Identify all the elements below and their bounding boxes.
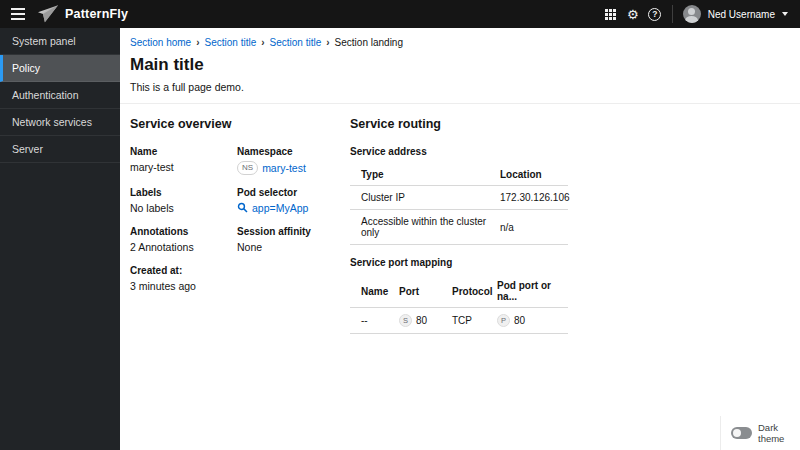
page-subtitle: This is a full page demo. bbox=[130, 81, 790, 93]
namespace-badge: NS bbox=[237, 161, 258, 175]
avatar bbox=[683, 5, 701, 23]
field-name: Name mary-test bbox=[130, 146, 237, 175]
service-address-heading: Service address bbox=[350, 146, 568, 157]
field-session-affinity: Session affinity None bbox=[237, 226, 350, 253]
masthead: PatternFly ⚙ ? Ned Username bbox=[0, 0, 800, 28]
masthead-divider bbox=[672, 5, 673, 23]
sidebar-item-network-services[interactable]: Network services bbox=[0, 109, 120, 136]
breadcrumb-link-section-title-2[interactable]: Section title bbox=[270, 37, 322, 48]
field-namespace: Namespace NS mary-test bbox=[237, 146, 350, 175]
pod-selector-link[interactable]: app=MyApp bbox=[252, 202, 308, 214]
table-row: Accessible within the cluster only n/a bbox=[350, 210, 568, 245]
main-content: Section home › Section title › Section t… bbox=[120, 28, 800, 450]
sidebar-item-system-panel[interactable]: System panel bbox=[0, 28, 120, 55]
col-protocol: Protocol bbox=[452, 275, 497, 308]
field-labels: Labels No labels bbox=[130, 187, 237, 214]
page-title: Main title bbox=[130, 55, 790, 75]
field-annotations: Annotations 2 Annotations bbox=[130, 226, 237, 253]
namespace-link[interactable]: mary-test bbox=[262, 162, 306, 174]
service-routing-section: Service routing Service address Type Loc… bbox=[350, 117, 568, 334]
breadcrumb-link-section-home[interactable]: Section home bbox=[130, 37, 191, 48]
pod-port-badge: P bbox=[497, 314, 510, 327]
breadcrumb-separator: › bbox=[196, 38, 199, 48]
brand[interactable]: PatternFly bbox=[38, 5, 128, 23]
sidebar-nav: System panel Policy Authentication Netwo… bbox=[0, 28, 120, 450]
col-name: Name bbox=[350, 275, 399, 308]
service-port-mapping-table: Name Port Protocol Pod port or na... -- … bbox=[350, 275, 568, 334]
apps-grid-icon[interactable] bbox=[600, 3, 622, 25]
breadcrumb-separator: › bbox=[326, 38, 329, 48]
service-port-badge: S bbox=[399, 314, 412, 327]
col-port: Port bbox=[399, 275, 452, 308]
field-pod-selector: Pod selector app=MyApp bbox=[237, 187, 350, 214]
page-header: Section home › Section title › Section t… bbox=[120, 28, 800, 104]
table-header-row: Type Location bbox=[350, 164, 568, 186]
service-overview-section: Service overview Name mary-test Namespac… bbox=[130, 117, 350, 334]
sidebar-item-server[interactable]: Server bbox=[0, 136, 120, 163]
chevron-down-icon bbox=[782, 12, 788, 16]
nav-toggle-hamburger-icon[interactable] bbox=[9, 6, 27, 22]
breadcrumb-separator: › bbox=[261, 38, 264, 48]
help-question-icon[interactable]: ? bbox=[644, 3, 666, 25]
table-header-row: Name Port Protocol Pod port or na... bbox=[350, 275, 568, 308]
breadcrumb: Section home › Section title › Section t… bbox=[130, 37, 790, 48]
breadcrumb-link-section-title-1[interactable]: Section title bbox=[205, 37, 257, 48]
field-created-at: Created at: 3 minutes ago bbox=[130, 265, 237, 292]
breadcrumb-current: Section landing bbox=[335, 37, 403, 48]
table-row: -- S80 TCP P80 bbox=[350, 308, 568, 334]
masthead-actions: ⚙ ? Ned Username bbox=[600, 3, 788, 25]
user-menu[interactable]: Ned Username bbox=[683, 5, 788, 23]
theme-switcher-panel: Dark theme bbox=[720, 416, 800, 450]
dark-theme-label: Dark theme bbox=[758, 422, 800, 444]
service-overview-fields: Name mary-test Namespace NS mary-test La… bbox=[130, 146, 350, 292]
settings-gear-icon[interactable]: ⚙ bbox=[622, 3, 644, 25]
col-pod-port: Pod port or na... bbox=[497, 275, 568, 308]
user-name: Ned Username bbox=[708, 9, 775, 20]
service-address-table: Type Location Cluster IP 172.30.126.106 … bbox=[350, 164, 568, 245]
table-row: Cluster IP 172.30.126.106 bbox=[350, 186, 568, 210]
service-overview-heading: Service overview bbox=[130, 117, 350, 131]
dark-theme-toggle[interactable] bbox=[731, 427, 752, 439]
search-icon bbox=[237, 202, 248, 213]
service-port-mapping-block: Service port mapping Name Port Protocol … bbox=[350, 257, 568, 334]
sidebar-item-policy[interactable]: Policy bbox=[0, 55, 120, 82]
app-window: PatternFly ⚙ ? Ned Username System panel… bbox=[0, 0, 800, 450]
content-columns: Service overview Name mary-test Namespac… bbox=[120, 104, 800, 347]
col-location: Location bbox=[500, 164, 568, 186]
col-type: Type bbox=[350, 164, 500, 186]
sidebar-item-authentication[interactable]: Authentication bbox=[0, 82, 120, 109]
service-routing-heading: Service routing bbox=[350, 117, 568, 131]
service-port-mapping-heading: Service port mapping bbox=[350, 257, 568, 268]
patternfly-logo-icon bbox=[38, 5, 58, 23]
brand-name: PatternFly bbox=[65, 7, 128, 21]
